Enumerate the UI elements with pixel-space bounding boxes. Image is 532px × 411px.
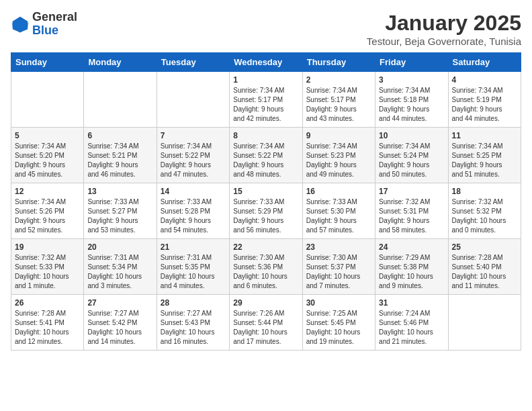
calendar-subtitle: Testour, Beja Governorate, Tunisia xyxy=(367,36,521,47)
calendar-cell: 12Sunrise: 7:34 AM Sunset: 5:26 PM Dayli… xyxy=(11,183,84,239)
day-number: 25 xyxy=(452,242,517,252)
calendar-cell: 25Sunrise: 7:28 AM Sunset: 5:40 PM Dayli… xyxy=(448,239,521,295)
day-number: 7 xyxy=(161,131,226,140)
day-number: 12 xyxy=(15,187,80,196)
day-of-week-header: Monday xyxy=(84,53,157,72)
day-number: 10 xyxy=(379,131,444,140)
day-number: 18 xyxy=(452,187,517,196)
calendar-cell: 16Sunrise: 7:33 AM Sunset: 5:30 PM Dayli… xyxy=(302,183,375,239)
calendar-cell: 1Sunrise: 7:34 AM Sunset: 5:17 PM Daylig… xyxy=(230,72,302,128)
day-info: Sunrise: 7:31 AM Sunset: 5:35 PM Dayligh… xyxy=(161,253,226,291)
calendar-cell: 4Sunrise: 7:34 AM Sunset: 5:19 PM Daylig… xyxy=(448,72,521,128)
day-info: Sunrise: 7:27 AM Sunset: 5:42 PM Dayligh… xyxy=(87,309,152,347)
day-info: Sunrise: 7:34 AM Sunset: 5:20 PM Dayligh… xyxy=(15,142,80,179)
day-info: Sunrise: 7:25 AM Sunset: 5:45 PM Dayligh… xyxy=(306,309,371,347)
title-section: January 2025 Testour, Beja Governorate, … xyxy=(367,11,521,47)
header: General Blue January 2025 Testour, Beja … xyxy=(11,11,521,47)
calendar-week-row: 12Sunrise: 7:34 AM Sunset: 5:26 PM Dayli… xyxy=(11,183,521,239)
day-number: 5 xyxy=(15,131,80,140)
calendar-cell: 21Sunrise: 7:31 AM Sunset: 5:35 PM Dayli… xyxy=(157,239,229,295)
calendar-cell: 6Sunrise: 7:34 AM Sunset: 5:21 PM Daylig… xyxy=(84,128,157,183)
day-info: Sunrise: 7:34 AM Sunset: 5:22 PM Dayligh… xyxy=(161,142,226,179)
calendar-cell: 23Sunrise: 7:30 AM Sunset: 5:37 PM Dayli… xyxy=(302,239,375,295)
day-number: 2 xyxy=(306,75,371,85)
day-number: 17 xyxy=(379,187,444,196)
day-info: Sunrise: 7:34 AM Sunset: 5:26 PM Dayligh… xyxy=(15,197,80,235)
calendar-cell xyxy=(11,72,84,128)
calendar-cell: 7Sunrise: 7:34 AM Sunset: 5:22 PM Daylig… xyxy=(157,128,229,183)
day-number: 15 xyxy=(233,187,298,196)
calendar-cell: 11Sunrise: 7:34 AM Sunset: 5:25 PM Dayli… xyxy=(448,128,521,183)
calendar-cell: 20Sunrise: 7:31 AM Sunset: 5:34 PM Dayli… xyxy=(84,239,157,295)
calendar-cell: 8Sunrise: 7:34 AM Sunset: 5:22 PM Daylig… xyxy=(230,128,302,183)
day-number: 20 xyxy=(87,242,152,252)
logo-icon xyxy=(11,15,30,34)
day-info: Sunrise: 7:30 AM Sunset: 5:37 PM Dayligh… xyxy=(306,253,371,291)
calendar-cell: 22Sunrise: 7:30 AM Sunset: 5:36 PM Dayli… xyxy=(230,239,302,295)
calendar-cell: 28Sunrise: 7:27 AM Sunset: 5:43 PM Dayli… xyxy=(157,295,229,351)
day-number: 22 xyxy=(233,242,298,252)
day-info: Sunrise: 7:27 AM Sunset: 5:43 PM Dayligh… xyxy=(161,309,226,347)
day-number: 26 xyxy=(15,298,80,308)
calendar-cell xyxy=(157,72,229,128)
day-info: Sunrise: 7:28 AM Sunset: 5:41 PM Dayligh… xyxy=(15,309,80,347)
day-number: 4 xyxy=(452,75,517,85)
day-info: Sunrise: 7:34 AM Sunset: 5:25 PM Dayligh… xyxy=(452,142,517,179)
calendar-cell xyxy=(448,295,521,351)
day-info: Sunrise: 7:24 AM Sunset: 5:46 PM Dayligh… xyxy=(379,309,444,347)
calendar-cell: 31Sunrise: 7:24 AM Sunset: 5:46 PM Dayli… xyxy=(375,295,448,351)
day-info: Sunrise: 7:28 AM Sunset: 5:40 PM Dayligh… xyxy=(452,253,517,291)
day-number: 13 xyxy=(87,187,152,196)
day-number: 16 xyxy=(306,187,371,196)
calendar-cell: 27Sunrise: 7:27 AM Sunset: 5:42 PM Dayli… xyxy=(84,295,157,351)
calendar-week-row: 19Sunrise: 7:32 AM Sunset: 5:33 PM Dayli… xyxy=(11,239,521,295)
calendar-cell: 24Sunrise: 7:29 AM Sunset: 5:38 PM Dayli… xyxy=(375,239,448,295)
day-info: Sunrise: 7:34 AM Sunset: 5:17 PM Dayligh… xyxy=(233,86,298,124)
day-number: 31 xyxy=(379,298,444,308)
day-info: Sunrise: 7:34 AM Sunset: 5:24 PM Dayligh… xyxy=(379,142,444,179)
calendar-week-row: 5Sunrise: 7:34 AM Sunset: 5:20 PM Daylig… xyxy=(11,128,521,183)
day-info: Sunrise: 7:33 AM Sunset: 5:29 PM Dayligh… xyxy=(233,197,298,235)
calendar-cell: 19Sunrise: 7:32 AM Sunset: 5:33 PM Dayli… xyxy=(11,239,84,295)
day-of-week-header: Sunday xyxy=(11,53,84,72)
day-info: Sunrise: 7:32 AM Sunset: 5:32 PM Dayligh… xyxy=(452,197,517,235)
day-of-week-header: Saturday xyxy=(448,53,521,72)
day-number: 21 xyxy=(161,242,226,252)
day-info: Sunrise: 7:32 AM Sunset: 5:33 PM Dayligh… xyxy=(15,253,80,291)
calendar-body: 1Sunrise: 7:34 AM Sunset: 5:17 PM Daylig… xyxy=(11,72,521,351)
day-number: 29 xyxy=(233,298,298,308)
day-number: 8 xyxy=(233,131,298,140)
calendar-cell: 13Sunrise: 7:33 AM Sunset: 5:27 PM Dayli… xyxy=(84,183,157,239)
header-row: SundayMondayTuesdayWednesdayThursdayFrid… xyxy=(11,53,521,72)
calendar-title: January 2025 xyxy=(367,11,521,36)
day-of-week-header: Tuesday xyxy=(157,53,229,72)
calendar-table: SundayMondayTuesdayWednesdayThursdayFrid… xyxy=(11,52,521,351)
day-number: 30 xyxy=(306,298,371,308)
calendar-cell: 15Sunrise: 7:33 AM Sunset: 5:29 PM Dayli… xyxy=(230,183,302,239)
calendar-cell: 2Sunrise: 7:34 AM Sunset: 5:17 PM Daylig… xyxy=(302,72,375,128)
calendar-cell: 9Sunrise: 7:34 AM Sunset: 5:23 PM Daylig… xyxy=(302,128,375,183)
day-info: Sunrise: 7:34 AM Sunset: 5:21 PM Dayligh… xyxy=(87,142,152,179)
day-info: Sunrise: 7:34 AM Sunset: 5:19 PM Dayligh… xyxy=(452,86,517,124)
day-number: 23 xyxy=(306,242,371,252)
calendar-cell xyxy=(84,72,157,128)
day-number: 27 xyxy=(87,298,152,308)
day-info: Sunrise: 7:34 AM Sunset: 5:18 PM Dayligh… xyxy=(379,86,444,124)
day-number: 3 xyxy=(379,75,444,85)
calendar-cell: 26Sunrise: 7:28 AM Sunset: 5:41 PM Dayli… xyxy=(11,295,84,351)
day-number: 11 xyxy=(452,131,517,140)
day-of-week-header: Wednesday xyxy=(230,53,302,72)
day-number: 6 xyxy=(87,131,152,140)
calendar-cell: 17Sunrise: 7:32 AM Sunset: 5:31 PM Dayli… xyxy=(375,183,448,239)
day-of-week-header: Friday xyxy=(375,53,448,72)
logo-text: General Blue xyxy=(32,11,77,38)
logo: General Blue xyxy=(11,11,77,38)
calendar-cell: 18Sunrise: 7:32 AM Sunset: 5:32 PM Dayli… xyxy=(448,183,521,239)
day-info: Sunrise: 7:33 AM Sunset: 5:30 PM Dayligh… xyxy=(306,197,371,235)
day-info: Sunrise: 7:34 AM Sunset: 5:17 PM Dayligh… xyxy=(306,86,371,124)
day-info: Sunrise: 7:32 AM Sunset: 5:31 PM Dayligh… xyxy=(379,197,444,235)
day-number: 1 xyxy=(233,75,298,85)
day-info: Sunrise: 7:33 AM Sunset: 5:27 PM Dayligh… xyxy=(87,197,152,235)
day-number: 24 xyxy=(379,242,444,252)
day-info: Sunrise: 7:30 AM Sunset: 5:36 PM Dayligh… xyxy=(233,253,298,291)
